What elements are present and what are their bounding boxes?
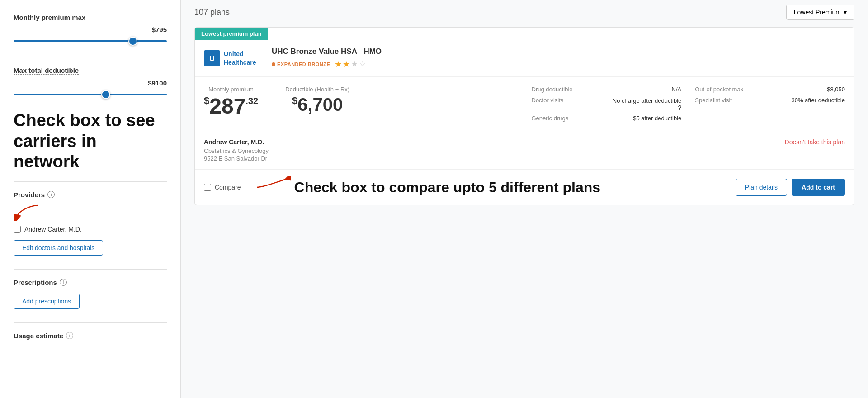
plan-details-button[interactable]: Plan details: [736, 179, 787, 196]
max-deductible-section: Max total deductible $9100: [14, 66, 167, 97]
providers-label: Providers i: [14, 191, 167, 199]
generic-drugs-value: $5 after deductible: [633, 115, 681, 122]
monthly-premium-label: Monthly premium max: [14, 14, 167, 21]
monthly-premium-value: $795: [14, 26, 167, 33]
divider-1: [14, 57, 167, 57]
monthly-premium-max-text: Monthly premium max: [14, 14, 85, 21]
deductible-block: Deductible (Health + Rx) $6,700: [285, 86, 349, 122]
monthly-premium-slider[interactable]: [14, 40, 167, 42]
monthly-premium-block: Monthly premium $287.32: [204, 86, 258, 122]
doctor-address: 9522 E San Salvador Dr: [204, 155, 269, 162]
drug-deductible-value: N/A: [672, 86, 682, 93]
plan-badge: Lowest premium plan: [195, 28, 854, 40]
compare-row: Compare: [204, 184, 241, 191]
generic-drugs-label: Generic drugs: [532, 115, 569, 122]
plan-card: Lowest premium plan U United Healthcare: [194, 27, 854, 205]
plans-count: 107 plans: [194, 8, 230, 17]
star-rating: ★ ★ ★ ☆: [335, 59, 366, 69]
usage-estimate-label: Usage estimate i: [14, 332, 167, 340]
monthly-premium-slider-container: [14, 36, 167, 43]
provider-name-text: Andrew Carter, M.D.: [24, 226, 82, 233]
provider-checkbox[interactable]: [14, 226, 21, 233]
max-deductible-text: Max total deductible: [14, 66, 79, 75]
action-buttons: Plan details Add to cart: [736, 179, 845, 196]
usage-estimate-section: Usage estimate i: [14, 332, 167, 340]
lowest-premium-badge: Lowest premium plan: [195, 28, 268, 40]
providers-info-icon[interactable]: i: [47, 191, 55, 198]
uhc-logo: U United Healthcare: [204, 50, 263, 66]
max-deductible-slider[interactable]: [14, 94, 167, 95]
divider-3: [14, 269, 167, 270]
specialist-visit-row: Specialist visit 30% after deductible: [695, 97, 845, 111]
prescriptions-info-icon[interactable]: i: [60, 279, 67, 286]
doctor-visits-value: No charge after deductible: [613, 97, 681, 104]
max-deductible-slider-container: [14, 90, 167, 97]
doctor-visits-label: Doctor visits: [532, 97, 564, 104]
plan-pricing-section: Monthly premium $287.32 Deductible (Heal…: [195, 77, 854, 131]
divider-2: [14, 181, 167, 182]
plan-extras: Drug deductible N/A Out-of-pocket max $8…: [518, 86, 845, 122]
annotation-check-carrier: Check box to see carriers in network: [14, 110, 167, 172]
compare-checkbox[interactable]: [204, 184, 211, 191]
prescriptions-section: Prescriptions i Add prescriptions: [14, 279, 167, 309]
uhc-name: United Healthcare: [224, 50, 256, 66]
edit-doctors-button[interactable]: Edit doctors and hospitals: [14, 240, 103, 256]
monthly-premium-label-card: Monthly premium: [204, 86, 258, 93]
drug-deductible-row: Drug deductible N/A: [532, 86, 682, 93]
add-prescriptions-button[interactable]: Add prescriptions: [14, 294, 80, 309]
max-deductible-label: Max total deductible: [14, 66, 167, 75]
deductible-label-card: Deductible (Health + Rx): [285, 86, 349, 93]
bronze-badge: EXPANDED BRONZE: [272, 62, 330, 67]
divider-4: [14, 322, 167, 323]
doctor-info: Andrew Carter, M.D. Obstetrics & Gynecol…: [204, 138, 269, 162]
oop-max-row: Out-of-pocket max $8,050: [695, 86, 845, 93]
sort-label: Lowest Premium: [794, 9, 841, 16]
svg-text:U: U: [209, 54, 215, 62]
providers-text: Providers: [14, 191, 45, 199]
star-4: ☆: [359, 59, 366, 69]
plan-header: U United Healthcare UHC Bronze Value HSA…: [195, 40, 854, 77]
prescriptions-label: Prescriptions i: [14, 279, 167, 286]
bronze-dot: [272, 62, 275, 66]
star-2: ★: [343, 59, 350, 69]
providers-section: Providers i Andrew Carter, M: [14, 191, 167, 256]
specialist-visit-label: Specialist visit: [695, 97, 732, 104]
generic-drugs-row: Generic drugs $5 after deductible: [532, 115, 682, 122]
chevron-down-icon: ▾: [844, 9, 847, 16]
prescriptions-text: Prescriptions: [14, 279, 57, 286]
oop-max-value: $8,050: [827, 86, 845, 93]
compare-label: Compare: [215, 184, 241, 191]
sidebar: Monthly premium max $795 Max total deduc…: [0, 0, 181, 398]
uhc-icon: U: [204, 50, 220, 66]
usage-estimate-info-icon[interactable]: i: [66, 332, 73, 339]
doctor-visits-row: Doctor visits No charge after deductible…: [532, 97, 682, 111]
max-deductible-value: $9100: [14, 79, 167, 87]
plan-name-area: UHC Bronze Value HSA - HMO EXPANDED BRON…: [272, 47, 845, 69]
red-arrow-providers: [14, 203, 41, 221]
usage-estimate-text: Usage estimate: [14, 332, 63, 340]
doctor-specialty: Obstetrics & Gynecology: [204, 147, 269, 154]
oop-max-label[interactable]: Out-of-pocket max: [695, 86, 743, 93]
main-header: 107 plans Lowest Premium ▾: [194, 5, 854, 20]
sort-dropdown[interactable]: Lowest Premium ▾: [786, 5, 854, 20]
star-1: ★: [335, 59, 342, 69]
drug-deductible-label: Drug deductible: [532, 86, 573, 93]
bronze-label-text: EXPANDED BRONZE: [277, 62, 330, 67]
monthly-premium-section: Monthly premium max $795: [14, 14, 167, 43]
red-arrow-compare: [255, 176, 291, 199]
star-3: ★: [351, 59, 358, 69]
main-content: 107 plans Lowest Premium ▾ Lowest premiu…: [181, 0, 868, 398]
plan-pricing: Monthly premium $287.32 Deductible (Heal…: [204, 86, 518, 122]
provider-checkbox-row: Andrew Carter, M.D.: [14, 226, 167, 233]
annotation-compare: Check box to compare upto 5 different pl…: [294, 179, 600, 196]
plan-name: UHC Bronze Value HSA - HMO: [272, 47, 845, 56]
doctor-visits-question-icon[interactable]: ?: [678, 104, 681, 111]
specialist-visit-value: 30% after deductible: [791, 97, 845, 104]
monthly-premium-price: $287.32: [204, 95, 258, 117]
card-footer: Compare Check box to compare up: [195, 170, 854, 205]
plan-tags: EXPANDED BRONZE ★ ★ ★ ☆: [272, 59, 845, 69]
add-to-cart-button[interactable]: Add to cart: [792, 179, 845, 196]
doesnt-take-plan: Doesn't take this plan: [785, 138, 845, 146]
doctor-name: Andrew Carter, M.D.: [204, 138, 269, 146]
doctor-section: Andrew Carter, M.D. Obstetrics & Gynecol…: [195, 131, 854, 170]
